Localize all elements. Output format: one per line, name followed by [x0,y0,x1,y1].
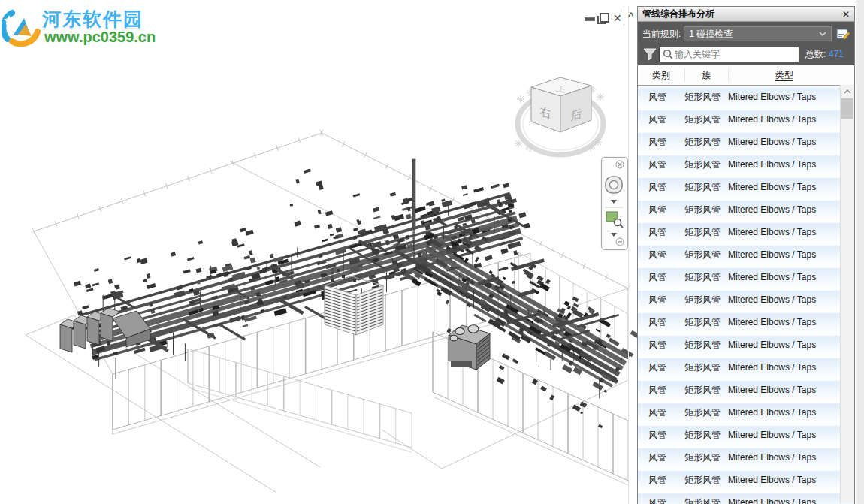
chevron-up-icon[interactable]: ^ [628,10,634,21]
column-header-category[interactable]: 类别 [638,69,684,82]
row-family: 矩形风管 [684,429,728,442]
table-row[interactable]: 风管矩形风管Mitered Elbows / Taps [638,131,854,153]
clash-result-table: 风管矩形风管Mitered Elbows / Taps风管矩形风管Mitered… [638,86,854,504]
total-count: 471 [829,49,847,59]
row-category: 风管 [638,271,684,284]
row-family: 矩形风管 [684,181,728,194]
search-icon [663,49,673,59]
row-category: 风管 [638,429,684,442]
scroll-up-icon[interactable] [841,85,854,98]
row-category: 风管 [638,158,684,171]
table-row[interactable]: 风管矩形风管Mitered Elbows / Taps [638,469,854,491]
panel-title: 管线综合排布分析 [642,8,842,20]
zoom-region-icon[interactable] [606,212,623,228]
row-type: Mitered Elbows / Taps [728,452,841,463]
row-category: 风管 [638,496,684,504]
row-type: Mitered Elbows / Taps [728,182,841,192]
row-type: Mitered Elbows / Taps [728,340,841,350]
row-type: Mitered Elbows / Taps [728,475,841,485]
table-row[interactable]: 风管矩形风管Mitered Elbows / Taps [638,86,854,108]
table-row[interactable]: 风管矩形风管Mitered Elbows / Taps [638,266,854,288]
scrollbar-thumb[interactable] [841,98,853,119]
minimize-icon[interactable] [585,17,595,21]
zoom-menu-chevron-icon[interactable] [611,233,617,237]
row-family: 矩形风管 [684,294,728,306]
row-family: 矩形风管 [684,361,728,374]
row-family: 矩形风管 [684,226,728,239]
row-category: 风管 [638,361,684,374]
table-row[interactable]: 风管矩形风管Mitered Elbows / Taps [638,176,854,198]
panel-title-bar[interactable]: 管线综合排布分析 ✕ [638,7,854,22]
row-type: Mitered Elbows / Taps [728,317,841,327]
row-family: 矩形风管 [684,384,728,397]
table-row[interactable]: 风管矩形风管Mitered Elbows / Taps [638,153,854,176]
row-category: 风管 [638,249,684,261]
row-family: 矩形风管 [684,204,728,216]
table-row[interactable]: 风管矩形风管Mitered Elbows / Taps [638,108,854,131]
column-header-type[interactable]: 类型 [728,69,841,82]
row-family: 矩形风管 [684,91,728,104]
controls-divider [624,9,624,26]
row-family: 矩形风管 [684,271,728,284]
row-family: 矩形风管 [684,113,728,126]
row-type: Mitered Elbows / Taps [728,385,841,395]
table-row[interactable]: 风管矩形风管Mitered Elbows / Taps [638,424,854,446]
row-type: Mitered Elbows / Taps [728,137,841,147]
3d-viewport[interactable]: 河东软件园 www.pc0359.cn ✕ ^ 北 东 西 [0,0,637,504]
row-category: 风管 [638,204,684,216]
viewcube[interactable]: 北 东 西 南 上 右 后 [511,71,616,161]
table-row[interactable]: 风管矩形风管Mitered Elbows / Taps [638,356,854,379]
row-category: 风管 [638,294,684,306]
filter-funnel-icon [643,48,657,61]
application-window: 河东软件园 www.pc0359.cn ✕ ^ 北 东 西 [0,0,864,504]
table-row[interactable]: 风管矩形风管Mitered Elbows / Taps [638,288,854,311]
table-row[interactable]: 风管矩形风管Mitered Elbows / Taps [638,401,854,424]
table-row[interactable]: 风管矩形风管Mitered Elbows / Taps [638,311,854,333]
table-row[interactable]: 风管矩形风管Mitered Elbows / Taps [638,333,854,356]
chevron-down-icon [819,32,826,36]
edit-rules-icon [836,28,850,41]
column-separator [728,68,729,82]
row-type: Mitered Elbows / Taps [728,362,841,373]
table-row[interactable]: 风管矩形风管Mitered Elbows / Taps [638,491,854,504]
wheel-menu-chevron-icon[interactable] [611,200,617,204]
row-category: 风管 [638,136,684,149]
row-family: 矩形风管 [684,339,728,352]
search-input[interactable] [673,48,796,60]
row-category: 风管 [638,384,684,397]
rule-select[interactable]: 1 碰撞检查 [684,26,832,41]
row-type: Mitered Elbows / Taps [728,430,841,440]
panel-toolbar: 当前规则: 1 碰撞检查 [638,22,854,65]
table-row[interactable]: 风管矩形风管Mitered Elbows / Taps [638,243,854,266]
table-row[interactable]: 风管矩形风管Mitered Elbows / Taps [638,446,854,469]
row-type: Mitered Elbows / Taps [728,114,841,125]
table-row[interactable]: 风管矩形风管Mitered Elbows / Taps [638,221,854,243]
table-row[interactable]: 风管矩形风管Mitered Elbows / Taps [638,379,854,401]
row-type: Mitered Elbows / Taps [728,92,841,102]
row-family: 矩形风管 [684,249,728,261]
navbar-minimize-icon[interactable] [616,238,624,246]
viewport-edge-line [628,6,629,504]
table-row[interactable]: 风管矩形风管Mitered Elbows / Taps [638,198,854,221]
row-family: 矩形风管 [684,496,728,504]
restore-icon[interactable] [600,13,609,23]
analysis-panel: 管线综合排布分析 ✕ 当前规则: 1 碰撞检查 [637,6,855,504]
row-category: 风管 [638,339,684,352]
table-scrollbar[interactable] [840,85,854,503]
close-icon[interactable]: ✕ [613,11,622,25]
row-type: Mitered Elbows / Taps [728,249,841,260]
rule-selected-value: 1 碰撞检查 [689,28,819,41]
steering-wheel-icon[interactable] [606,177,622,193]
row-type: Mitered Elbows / Taps [728,294,841,305]
edit-rules-button[interactable] [835,26,851,41]
panel-close-icon[interactable]: ✕ [842,9,850,20]
navbar-close-icon[interactable] [616,161,624,168]
search-box [659,47,799,62]
table-header: 类别 族 类型 [638,65,854,86]
filter-button[interactable] [642,47,657,62]
row-family: 矩形风管 [684,136,728,149]
row-category: 风管 [638,316,684,329]
column-header-family[interactable]: 族 [684,69,728,82]
row-family: 矩形风管 [684,158,728,171]
rule-label: 当前规则: [642,28,681,41]
